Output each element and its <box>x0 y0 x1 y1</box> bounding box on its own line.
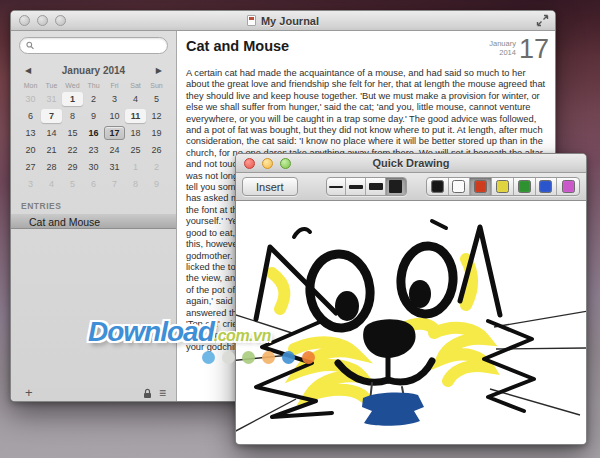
entry-list-item[interactable]: Cat and Mouse <box>11 213 176 229</box>
color-option-green[interactable] <box>514 178 536 195</box>
calendar-day[interactable]: 11 <box>125 109 146 123</box>
window-controls <box>244 154 291 172</box>
journal-window-title: My Journal <box>261 15 319 27</box>
color-option-white[interactable] <box>449 178 471 195</box>
calendar-day[interactable]: 12 <box>146 109 167 123</box>
calendar-day[interactable]: 24 <box>104 143 125 157</box>
entry-title: Cat and Mouse <box>186 38 289 54</box>
next-month-button[interactable]: ▶ <box>154 66 164 76</box>
calendar-day[interactable]: 28 <box>41 160 62 174</box>
insert-button[interactable]: Insert <box>242 177 298 196</box>
calendar-month-label: January 2014 <box>33 65 154 76</box>
weekday-label: Thu <box>83 82 104 89</box>
weekday-label: Mon <box>20 82 41 89</box>
sidebar: ◀ January 2014 ▶ MonTueWedThuFriSatSun 3… <box>11 31 177 402</box>
journal-titlebar[interactable]: My Journal <box>11 11 555 31</box>
search-input[interactable] <box>38 40 161 51</box>
list-view-button[interactable]: ≡ <box>159 388 166 398</box>
calendar-day[interactable]: 22 <box>62 143 83 157</box>
calendar-day[interactable]: 30 <box>83 160 104 174</box>
calendar-weekday-row: MonTueWedThuFriSatSun <box>20 82 167 89</box>
calendar-day[interactable]: 6 <box>83 177 104 191</box>
calendar-day[interactable]: 1 <box>62 92 83 106</box>
calendar-day[interactable]: 30 <box>20 92 41 106</box>
calendar-day[interactable]: 29 <box>62 160 83 174</box>
thickness-bar-icon <box>389 180 402 193</box>
calendar-day[interactable]: 31 <box>41 92 62 106</box>
lock-icon[interactable] <box>143 388 152 399</box>
quick-drawing-window: Quick Drawing Insert <box>235 153 587 445</box>
thickness-option-medium[interactable] <box>346 178 366 195</box>
calendar-day[interactable]: 1 <box>125 160 146 174</box>
thickness-option-thin[interactable] <box>327 178 347 195</box>
calendar-day[interactable]: 9 <box>83 109 104 123</box>
calendar-day[interactable]: 3 <box>20 177 41 191</box>
calendar-day[interactable]: 23 <box>83 143 104 157</box>
color-palette <box>426 177 580 196</box>
calendar-day[interactable]: 4 <box>41 177 62 191</box>
entry-header: Cat and Mouse January 2014 17 <box>177 31 555 64</box>
magenta-swatch-icon <box>562 180 575 193</box>
document-icon <box>247 15 256 26</box>
thickness-bar-icon <box>329 186 343 188</box>
calendar-day[interactable]: 27 <box>20 160 41 174</box>
color-option-red[interactable] <box>470 178 492 195</box>
entry-date: January 2014 17 <box>489 36 549 62</box>
color-option-yellow[interactable] <box>492 178 514 195</box>
calendar-day[interactable]: 4 <box>125 92 146 106</box>
sidebar-spacer <box>11 229 176 386</box>
calendar-day[interactable]: 18 <box>125 126 146 140</box>
drawing-titlebar[interactable]: Quick Drawing <box>236 154 586 173</box>
calendar-day[interactable]: 5 <box>146 92 167 106</box>
cat-drawing <box>236 201 587 444</box>
weekday-label: Sun <box>146 82 167 89</box>
fullscreen-icon[interactable] <box>536 14 549 27</box>
cat-blue-collar <box>362 393 424 426</box>
calendar-day[interactable]: 5 <box>62 177 83 191</box>
entries-list: Cat and Mouse <box>11 213 176 229</box>
calendar-day[interactable]: 9 <box>146 177 167 191</box>
thickness-option-extra-thick[interactable] <box>386 178 406 195</box>
calendar-day[interactable]: 16 <box>83 126 104 140</box>
thickness-option-thick[interactable] <box>366 178 386 195</box>
calendar-day[interactable]: 21 <box>41 143 62 157</box>
weekday-label: Sat <box>125 82 146 89</box>
calendar-day[interactable]: 14 <box>41 126 62 140</box>
calendar-day[interactable]: 3 <box>104 92 125 106</box>
calendar-day[interactable]: 2 <box>146 160 167 174</box>
calendar-day[interactable]: 10 <box>104 109 125 123</box>
calendar-day[interactable]: 6 <box>20 109 41 123</box>
calendar-day[interactable]: 25 <box>125 143 146 157</box>
calendar-day[interactable]: 13 <box>20 126 41 140</box>
calendar-day[interactable]: 8 <box>62 109 83 123</box>
color-option-black[interactable] <box>427 178 449 195</box>
white-swatch-icon <box>452 180 465 193</box>
search-field[interactable] <box>19 37 168 54</box>
calendar-day[interactable]: 26 <box>146 143 167 157</box>
calendar-day[interactable]: 19 <box>146 126 167 140</box>
calendar-day[interactable]: 8 <box>125 177 146 191</box>
minimize-button[interactable] <box>262 158 273 169</box>
zoom-button[interactable] <box>280 158 291 169</box>
calendar-day[interactable]: 20 <box>20 143 41 157</box>
calendar-day[interactable]: 7 <box>104 177 125 191</box>
weekday-label: Fri <box>104 82 125 89</box>
calendar-day[interactable]: 31 <box>104 160 125 174</box>
calendar-day[interactable]: 15 <box>62 126 83 140</box>
calendar-day[interactable]: 7 <box>41 109 62 123</box>
close-button[interactable] <box>244 158 255 169</box>
red-swatch-icon <box>474 180 487 193</box>
color-option-blue[interactable] <box>536 178 558 195</box>
calendar-grid: 3031123456789101112131415161718192021222… <box>20 92 167 191</box>
entries-header: ENTRIES <box>21 201 176 211</box>
entry-date-day: 17 <box>519 36 549 62</box>
yellow-swatch-icon <box>496 180 509 193</box>
add-entry-button[interactable]: + <box>25 387 33 399</box>
calendar-day[interactable]: 17 <box>104 126 125 140</box>
calendar-day[interactable]: 2 <box>83 92 104 106</box>
thickness-control <box>326 177 407 196</box>
drawing-canvas[interactable] <box>236 201 586 444</box>
green-swatch-icon <box>518 180 531 193</box>
color-option-magenta[interactable] <box>557 178 579 195</box>
prev-month-button[interactable]: ◀ <box>23 66 33 76</box>
